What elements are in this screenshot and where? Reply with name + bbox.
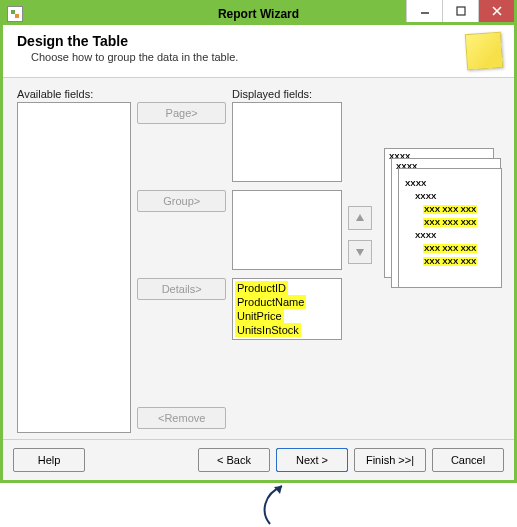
page-button[interactable]: Page> [137, 102, 226, 124]
help-button[interactable]: Help [13, 448, 85, 472]
close-icon [492, 6, 502, 16]
displayed-fields-label: Displayed fields: [232, 88, 342, 100]
details-button[interactable]: Details> [137, 278, 226, 300]
available-fields-label: Available fields: [17, 88, 131, 100]
finish-button[interactable]: Finish >>| [354, 448, 426, 472]
group-button[interactable]: Group> [137, 190, 226, 212]
move-up-button[interactable] [348, 206, 372, 230]
svg-rect-4 [457, 7, 465, 15]
wizard-header: Design the Table Choose how to group the… [3, 25, 514, 78]
wizard-window: Report Wizard Design the Table Choose ho… [0, 0, 517, 483]
list-item[interactable]: ProductName [235, 295, 306, 309]
page-fields-listbox[interactable] [232, 102, 342, 182]
svg-marker-8 [356, 249, 364, 256]
close-button[interactable] [478, 0, 514, 22]
arrow-up-icon [355, 213, 365, 223]
svg-marker-7 [356, 214, 364, 221]
annotation-arrow [0, 483, 517, 523]
note-icon [465, 32, 503, 70]
details-fields-listbox[interactable]: ProductID ProductName UnitPrice UnitsInS… [232, 278, 342, 340]
window-buttons [406, 0, 514, 22]
maximize-icon [456, 6, 466, 16]
minimize-button[interactable] [406, 0, 442, 22]
layout-preview: XXXX XXXX XXXX XXXX XXX XXX XXX XXX XXX … [384, 148, 504, 298]
remove-button[interactable]: <Remove [137, 407, 226, 429]
list-item[interactable]: UnitsInStock [235, 323, 301, 337]
cancel-button[interactable]: Cancel [432, 448, 504, 472]
page-subtitle: Choose how to group the data in the tabl… [31, 51, 238, 63]
group-fields-listbox[interactable] [232, 190, 342, 270]
list-item[interactable]: UnitPrice [235, 309, 284, 323]
page-title: Design the Table [17, 33, 238, 49]
svg-rect-1 [11, 10, 15, 14]
minimize-icon [420, 6, 430, 16]
titlebar: Report Wizard [3, 3, 514, 25]
maximize-button[interactable] [442, 0, 478, 22]
arrow-down-icon [355, 247, 365, 257]
available-fields-listbox[interactable] [17, 102, 131, 433]
wizard-footer: Help < Back Next > Finish >>| Cancel [3, 439, 514, 480]
app-icon [7, 6, 23, 22]
list-item[interactable]: ProductID [235, 281, 288, 295]
wizard-body: Available fields: Page> Group> Details> … [3, 78, 514, 439]
back-button[interactable]: < Back [198, 448, 270, 472]
move-down-button[interactable] [348, 240, 372, 264]
svg-rect-2 [15, 14, 19, 18]
next-button[interactable]: Next > [276, 448, 348, 472]
